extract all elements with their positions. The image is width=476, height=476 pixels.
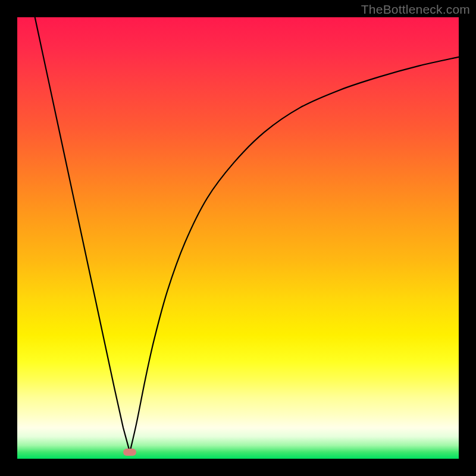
chart-frame bbox=[17, 17, 459, 459]
optimal-marker bbox=[123, 449, 136, 456]
bottleneck-curve bbox=[17, 17, 459, 459]
watermark-text: TheBottleneck.com bbox=[361, 2, 470, 17]
